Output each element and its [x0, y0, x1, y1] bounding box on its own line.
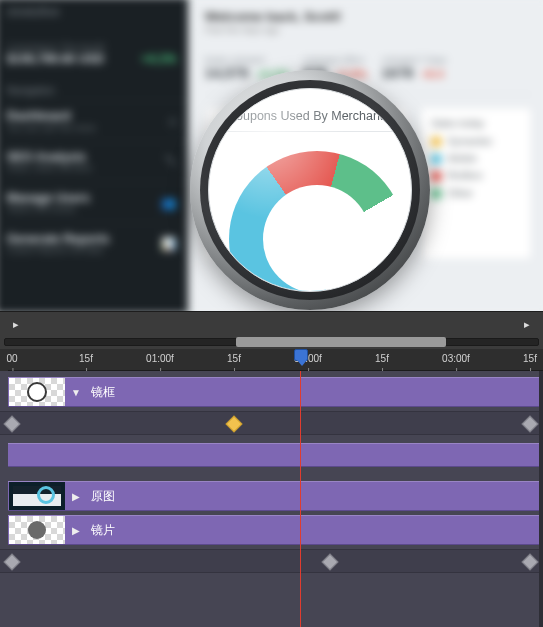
nav-title: SEO Analysis [7, 150, 92, 164]
disk-icon [28, 521, 46, 539]
report-icon: 📊 [161, 236, 176, 250]
nav-sub: Teams And Access [7, 205, 90, 214]
card-divider [227, 131, 393, 132]
player-next-button[interactable]: ▸ [515, 318, 539, 336]
layer-name: 原图 [83, 488, 123, 505]
legend-item: Symantec [447, 136, 492, 147]
nav-item-users: Manage UsersTeams And Access 👥 [0, 182, 188, 223]
disclosure-closed-icon[interactable]: ▶ [69, 491, 83, 502]
stat-label: Deals Activated [205, 55, 289, 65]
welcome-title: Welcome back, Scott! [205, 9, 532, 24]
ruler-tick: 03:00f [442, 353, 470, 364]
brand-logo: ninetofive [0, 0, 188, 34]
layer-thumb [9, 516, 65, 544]
stat-label: Activated Offers [303, 55, 367, 65]
layer-name: 镜片 [83, 522, 123, 539]
legend-item: Other [447, 188, 473, 199]
timeline-panel: 0015f01:00f15f02:00f15f03:00f15f ▼ 镜框 ▶ … [0, 349, 543, 627]
panel-right: Sales today Symantec Adobe Redbox Other [420, 107, 532, 260]
commission-amount: $108,789.66 USD [7, 52, 104, 66]
donut-hole [263, 185, 371, 292]
keyframe-diamond-active[interactable] [226, 416, 243, 433]
nav-title: Manage Users [7, 191, 90, 205]
keyframe-row[interactable] [0, 549, 543, 573]
stat-value: 14,579 [205, 65, 249, 81]
nav-sub: You Can Call This Home [7, 123, 96, 132]
ruler-tick: 15f [227, 353, 241, 364]
player-strip: ▸ ▸ [0, 311, 543, 349]
stat-value: 1678 [381, 65, 413, 81]
ruler-tick: 02:00f [294, 353, 322, 364]
ruler-tick: 15f [375, 353, 389, 364]
time-ruler[interactable]: 0015f01:00f15f02:00f15f03:00f15f [0, 349, 543, 371]
card-title: Coupons Used By Merchant [227, 109, 393, 123]
keyframe-diamond[interactable] [522, 416, 539, 433]
nav-heading: Navigation [0, 74, 188, 100]
panel-right-title: Sales today [431, 118, 521, 129]
nav-item-reports: Generate ReportsCustom Reports And Stats… [0, 222, 188, 263]
commission-label: Commission This Month [7, 42, 176, 52]
ruler-tick: 00 [6, 353, 17, 364]
keyframe-diamond[interactable] [4, 416, 21, 433]
magnifier[interactable]: Coupons Used By Merchant [190, 70, 430, 310]
users-icon: 👥 [161, 195, 176, 209]
layer-bar-jingpian[interactable]: ▶ 镜片 [8, 515, 543, 545]
disclosure-closed-icon[interactable]: ▶ [69, 525, 83, 536]
nav-title: Generate Reports [7, 231, 110, 245]
keyframe-row[interactable] [0, 411, 543, 435]
stat-7days: Activated 7 Days 1678+8.4 [381, 55, 446, 82]
nav-title: Dashboard [7, 109, 96, 123]
magnifier-glass: Coupons Used By Merchant [208, 88, 412, 292]
keyframe-diamond[interactable] [4, 554, 21, 571]
layer-bar-yuantu[interactable]: ▶ 原图 [8, 481, 543, 511]
nav-sub: Custom Reports And Stats [7, 246, 110, 255]
ruler-tick: 15f [79, 353, 93, 364]
ruler-tick: 15f [523, 353, 537, 364]
keyframe-diamond[interactable] [322, 554, 339, 571]
player-scrollbar-thumb[interactable] [236, 337, 446, 347]
home-icon: ⌂ [169, 114, 176, 128]
commission-change: +4.1% [141, 52, 176, 66]
layer-name: 镜框 [83, 384, 123, 401]
layer-sub-bar[interactable] [8, 443, 543, 467]
tracks-area[interactable]: ▼ 镜框 ▶ 原图 ▶ 镜片 [0, 371, 543, 627]
commission-block: Commission This Month $108,789.66 USD +4… [0, 34, 188, 75]
nav-item-seo: SEO AnalysisViews, Clicks And More 〽 [0, 141, 188, 182]
tracks-scrollbar[interactable] [539, 371, 543, 627]
disclosure-open-icon[interactable]: ▼ [69, 387, 83, 398]
legend-item: Redbox [447, 170, 482, 181]
dash-sidebar: ninetofive Commission This Month $108,78… [0, 0, 188, 311]
chart-icon: 〽 [164, 154, 176, 168]
ring-icon [27, 382, 47, 402]
layer-bar-jingkuang[interactable]: ▼ 镜框 [8, 377, 543, 407]
ruler-tick: 01:00f [146, 353, 174, 364]
layer-thumb [9, 482, 65, 510]
nav-item-dashboard: DashboardYou Can Call This Home ⌂ [0, 100, 188, 141]
nav-sub: Views, Clicks And More [7, 164, 92, 173]
welcome-sub: Past few days ago [205, 24, 532, 34]
keyframe-diamond[interactable] [522, 554, 539, 571]
layer-thumb [9, 378, 65, 406]
stat-label: Activated 7 Days [381, 55, 446, 65]
player-prev-button[interactable]: ▸ [4, 318, 28, 336]
magnified-card: Coupons Used By Merchant [209, 89, 411, 291]
stat-change: +8.4 [421, 68, 443, 80]
legend-item: Adobe [447, 153, 477, 164]
preview-viewport: ninetofive Commission This Month $108,78… [0, 0, 543, 311]
